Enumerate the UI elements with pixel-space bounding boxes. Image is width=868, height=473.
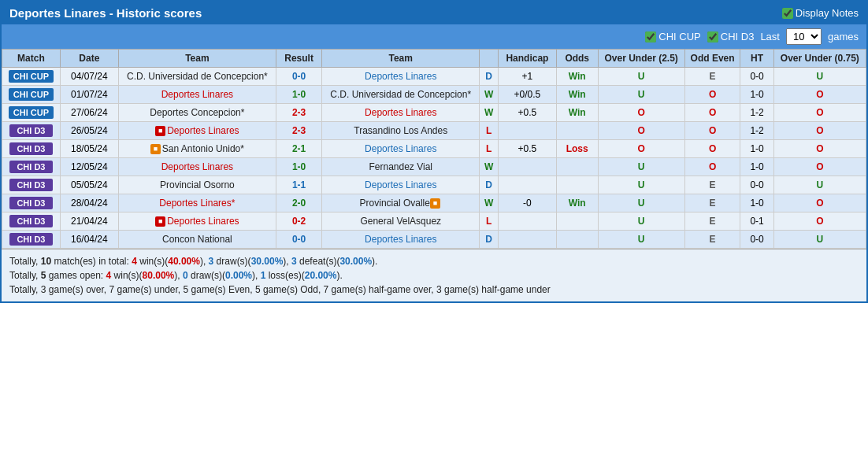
header: Deportes Linares - Historic scores Displ… (2, 2, 866, 24)
ht-cell: 1-2 (740, 122, 773, 140)
header-title: Deportes Linares - Historic scores (9, 6, 202, 20)
over-under-075-cell: U (773, 176, 866, 194)
team1-name: Deportes Linares* (159, 198, 235, 209)
summary-line2: Totally, 5 games open: 4 win(s)(80.00%),… (9, 268, 859, 283)
col-over-under-075: Over Under (0.75) (773, 50, 866, 68)
odds-cell (556, 122, 598, 140)
table-row: CHI D321/04/24■Deportes Linares0-2Genera… (2, 212, 866, 231)
table-row: CHI D312/05/24Deportes Linares1-0Fernand… (2, 158, 866, 176)
display-notes-label: Display Notes (796, 7, 859, 19)
filter-row: CHI CUP CHI D3 Last 5 10 15 20 25 30 gam… (2, 24, 866, 49)
team2-name: C.D. Universidad de Concepcion* (330, 89, 471, 100)
team1-name: San Antonio Unido* (162, 143, 244, 154)
chi-d3-filter-label[interactable]: CHI D3 (707, 31, 755, 42)
team2-name: Fernandez Vial (369, 161, 432, 172)
games-label: games (828, 31, 859, 42)
team1-name: Concon National (162, 234, 232, 245)
match-tag: CHI D3 (9, 215, 53, 227)
scores-table: Match Date Team Result Team Handicap Odd… (2, 49, 866, 249)
team2-cell: Deportes Linares (322, 68, 480, 86)
display-notes-checkbox[interactable] (782, 8, 793, 19)
odd-even-cell: E (684, 68, 740, 86)
team1-cell: Deportes Linares* (118, 194, 276, 212)
odds-cell (556, 176, 598, 194)
match-tag-cell: CHI D3 (2, 140, 61, 158)
col-date: Date (60, 50, 118, 68)
team2-cell: Provincial Ovalle■ (322, 194, 480, 212)
over-under-075-cell: O (773, 158, 866, 176)
result-cell: 2-0 (276, 194, 322, 212)
odds-cell: Win (556, 194, 598, 212)
last-games-select[interactable]: 5 10 15 20 25 30 (786, 28, 822, 45)
odds-cell (556, 212, 598, 231)
ht-cell: 1-0 (740, 86, 773, 104)
date-cell: 04/07/24 (60, 68, 118, 86)
team2-cell: General VelAsquez (322, 212, 480, 231)
match-tag: CHI D3 (9, 124, 53, 137)
date-cell: 16/04/24 (60, 231, 118, 249)
over-under-075-cell: O (773, 194, 866, 212)
team1-name: C.D. Universidad de Concepcion* (127, 71, 268, 82)
odds-cell (556, 158, 598, 176)
team1-name: Deportes Linares (167, 216, 239, 227)
over-under-cell: U (598, 212, 684, 231)
team2-name: Deportes Linares (365, 179, 436, 190)
chi-cup-filter-label[interactable]: CHI CUP (645, 31, 700, 42)
odds-cell: Loss (556, 140, 598, 158)
handicap-cell: +0.5 (498, 104, 556, 122)
over-under-075-cell: O (773, 122, 866, 140)
ht-cell: 1-0 (740, 194, 773, 212)
team2-name: Deportes Linares (365, 107, 436, 118)
team1-name: Deportes Linares (161, 161, 233, 172)
odds-cell (556, 231, 598, 249)
red-card-icon: ■ (155, 126, 165, 136)
red-card-icon: ■ (155, 216, 165, 227)
odd-even-cell: O (684, 122, 740, 140)
handicap-cell: +0/0.5 (498, 86, 556, 104)
chi-cup-checkbox[interactable] (645, 31, 656, 42)
outcome-cell: W (480, 86, 499, 104)
odd-even-cell: E (684, 231, 740, 249)
ht-cell: 0-0 (740, 176, 773, 194)
team2-name: Deportes Linares (365, 71, 436, 82)
odd-even-cell: O (684, 86, 740, 104)
match-tag-cell: CHI D3 (2, 176, 61, 194)
handicap-cell (498, 158, 556, 176)
col-team1: Team (118, 50, 276, 68)
date-cell: 05/05/24 (60, 176, 118, 194)
summary-line1: Totally, 10 match(es) in total: 4 win(s)… (9, 254, 859, 268)
odd-even-cell: O (684, 158, 740, 176)
team1-cell: ■San Antonio Unido* (118, 140, 276, 158)
match-tag-cell: CHI D3 (2, 231, 61, 249)
result-cell: 0-2 (276, 212, 322, 231)
table-row: CHI D305/05/24Provincial Osorno1-1Deport… (2, 176, 866, 194)
col-odds: Odds (556, 50, 598, 68)
team1-cell: Deportes Concepcion* (118, 104, 276, 122)
team1-cell: Deportes Linares (118, 158, 276, 176)
over-under-cell: O (598, 104, 684, 122)
team2-cell: Deportes Linares (322, 176, 480, 194)
handicap-cell (498, 231, 556, 249)
display-notes-checkbox-label[interactable]: Display Notes (782, 7, 859, 19)
col-over-under-25: Over Under (2.5) (598, 50, 684, 68)
summary-line3: Totally, 3 game(s) over, 7 game(s) under… (9, 283, 859, 297)
table-row: CHI D328/04/24Deportes Linares*2-0Provin… (2, 194, 866, 212)
outcome-cell: D (480, 176, 499, 194)
date-cell: 18/05/24 (60, 140, 118, 158)
match-tag: CHI D3 (9, 142, 53, 155)
table-body: CHI CUP04/07/24C.D. Universidad de Conce… (2, 68, 866, 249)
outcome-cell: L (480, 212, 499, 231)
handicap-cell: +1 (498, 68, 556, 86)
outcome-cell: L (480, 140, 499, 158)
result-cell: 0-0 (276, 68, 322, 86)
team2-name: Provincial Ovalle (360, 198, 430, 209)
table-row: CHI CUP01/07/24Deportes Linares1-0C.D. U… (2, 86, 866, 104)
team2-cell: Deportes Linares (322, 231, 480, 249)
chi-d3-checkbox[interactable] (707, 31, 718, 42)
match-tag: CHI D3 (9, 197, 53, 209)
ht-cell: 1-0 (740, 158, 773, 176)
outcome-cell: L (480, 122, 499, 140)
date-cell: 01/07/24 (60, 86, 118, 104)
match-tag-cell: CHI D3 (2, 212, 61, 231)
team2-cell: Deportes Linares (322, 140, 480, 158)
